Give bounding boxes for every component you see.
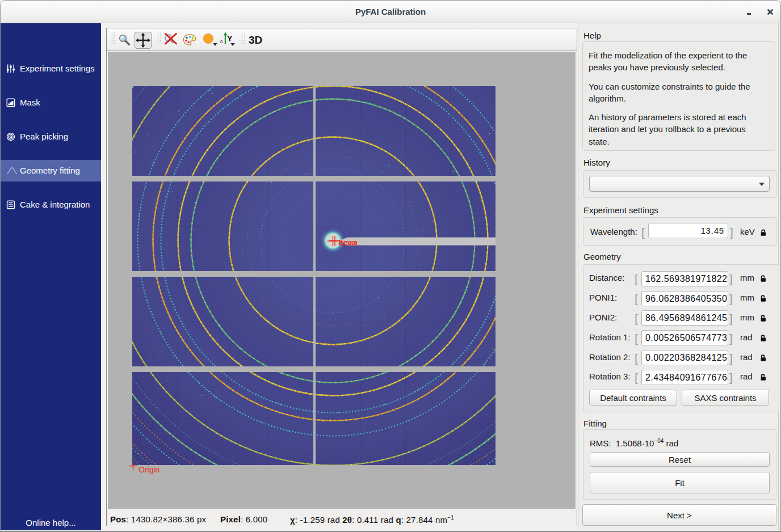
svg-text:0: 0	[220, 39, 223, 44]
svg-text:PONI: PONI	[339, 239, 357, 248]
svg-text:Origin: Origin	[138, 465, 159, 474]
svg-text:Y: Y	[227, 34, 233, 43]
